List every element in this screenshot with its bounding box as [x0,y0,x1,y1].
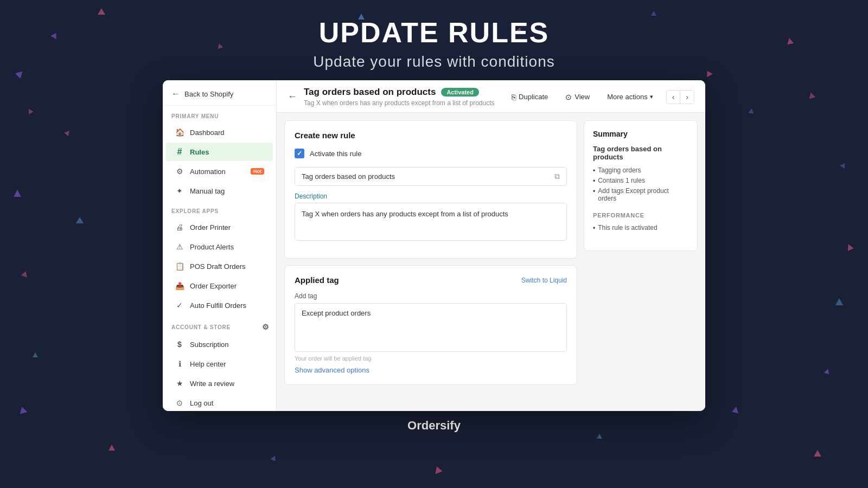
sidebar-item-pos-draft-orders[interactable]: 📋 POS Draft Orders [166,257,273,275]
sidebar-item-order-printer[interactable]: 🖨 Order Printer [166,218,273,236]
top-bar: ← Tag orders based on products Activated… [277,80,705,113]
applied-tag-title: Applied tag [295,275,339,285]
description-label: Description [295,192,567,200]
description-input[interactable]: Tag X when orders has any products excep… [295,203,567,241]
summary-list: Tagging orders Contains 1 rules Add tags… [593,165,688,203]
sidebar: ← Back to Shopify PRIMARY MENU 🏠 Dashboa… [163,80,277,411]
tag-input[interactable]: Except product orders [295,303,567,352]
sidebar-item-automation[interactable]: ⚙ Automation Hot [166,162,273,181]
summary-section-title: Tag orders based on products [593,145,688,161]
create-rule-card: Create new rule ✓ Activate this rule Tag… [284,120,577,259]
automation-label: Automation [190,168,226,176]
performance-label: PERFORMANCE [593,212,688,219]
footer-brand: Ordersify [0,419,868,433]
sidebar-item-help-center[interactable]: ℹ Help center [166,355,273,373]
rules-icon: # [175,147,184,157]
help-center-icon: ℹ [175,359,184,369]
activate-checkbox[interactable]: ✓ [295,149,304,158]
page-title-group: Tag orders based on products Activated T… [304,87,501,107]
sidebar-item-product-alerts[interactable]: ⚠ Product Alerts [166,237,273,256]
main-title: UPDATE RULES [0,16,868,49]
account-store-label: ACCOUNT & STORE ⚙ [163,315,276,335]
automation-icon: ⚙ [175,166,184,176]
duplicate-icon: ⎘ [512,93,516,101]
sidebar-item-dashboard[interactable]: 🏠 Dashboard [166,123,273,142]
page-subtitle: Tag X when orders has any products excep… [304,99,501,107]
account-settings-icon[interactable]: ⚙ [262,323,270,331]
applied-tag-card: Applied tag Switch to Liquid Add tag Exc… [284,265,577,385]
automation-hot-badge: Hot [251,168,264,175]
sidebar-item-rules[interactable]: # Rules [166,143,273,161]
summary-card: Summary Tag orders based on products Tag… [584,120,698,251]
auto-fulfill-label: Auto Fulfill Orders [190,301,246,310]
sidebar-item-auto-fulfill[interactable]: ✓ Auto Fulfill Orders [166,296,273,314]
rules-label: Rules [190,148,209,156]
manual-tag-icon: ✦ [175,186,184,196]
dashboard-icon: 🏠 [175,127,184,137]
checkbox-check-icon: ✓ [297,150,302,157]
sidebar-item-order-exporter[interactable]: 📤 Order Exporter [166,277,273,295]
copy-icon[interactable]: ⧉ [554,172,560,181]
primary-menu-label: PRIMARY MENU [163,106,276,123]
next-arrow-button[interactable]: › [680,91,694,104]
order-exporter-icon: 📤 [175,281,184,291]
view-icon: ⊙ [565,93,572,101]
log-out-icon: ⊙ [175,398,184,408]
summary-item-1: Contains 1 rules [593,176,688,186]
sidebar-item-log-out[interactable]: ⊙ Log out [166,394,273,411]
main-content: ← Tag orders based on products Activated… [277,80,705,411]
write-review-label: Write a review [190,380,234,388]
order-printer-label: Order Printer [190,223,231,232]
log-out-label: Log out [190,399,213,407]
back-arrow-icon: ← [171,89,180,99]
product-alerts-icon: ⚠ [175,242,184,252]
sidebar-item-subscription[interactable]: $ Subscription [166,335,273,354]
summary-item-2: Add tags Except product orders [593,186,688,203]
create-rule-title: Create new rule [295,131,567,140]
subscription-label: Subscription [190,341,229,349]
left-panel: Create new rule ✓ Activate this rule Tag… [284,120,577,403]
content-area: Create new rule ✓ Activate this rule Tag… [277,113,705,411]
order-exporter-label: Order Exporter [190,282,237,290]
order-printer-icon: 🖨 [175,222,184,232]
auto-fulfill-icon: ✓ [175,300,184,310]
back-to-shopify[interactable]: ← Back to Shopify [163,80,276,106]
main-subtitle: Update your rules with conditions [0,53,868,70]
performance-item-0: This rule is activated [593,223,688,233]
help-center-label: Help center [190,360,226,368]
app-window: ← Back to Shopify PRIMARY MENU 🏠 Dashboa… [163,80,705,411]
summary-title: Summary [593,130,688,138]
explore-apps-label: EXPLORE APPS [163,201,276,217]
activate-rule-row: ✓ Activate this rule [295,149,567,158]
pos-draft-orders-label: POS Draft Orders [190,262,246,271]
show-advanced-options-button[interactable]: Show advanced options [295,366,369,374]
rule-name-input[interactable]: Tag orders based on products ⧉ [295,167,567,186]
dashboard-label: Dashboard [190,129,225,137]
prev-arrow-button[interactable]: ‹ [667,91,681,104]
more-actions-button[interactable]: More actions ▾ [603,91,657,103]
description-group: Description Tag X when orders has any pr… [295,192,567,241]
duplicate-button[interactable]: ⎘ Duplicate [507,91,552,104]
switch-liquid-button[interactable]: Switch to Liquid [521,277,567,284]
tag-hint: Your order will be applied tag [295,355,567,362]
pos-draft-orders-icon: 📋 [175,261,184,271]
view-button[interactable]: ⊙ View [561,91,594,104]
subscription-icon: $ [175,339,184,349]
sidebar-item-write-review[interactable]: ★ Write a review [166,374,273,393]
product-alerts-label: Product Alerts [190,243,234,251]
top-bar-actions: ⎘ Duplicate ⊙ View More actions ▾ ‹ › [507,90,694,104]
header-section: UPDATE RULES Update your rules with cond… [0,0,868,70]
activate-label: Activate this rule [310,150,361,158]
summary-item-0: Tagging orders [593,165,688,176]
page-title: Tag orders based on products Activated [304,87,501,98]
applied-tag-header: Applied tag Switch to Liquid [295,275,567,285]
sidebar-item-manual-tag[interactable]: ✦ Manual tag [166,182,273,200]
write-review-icon: ★ [175,378,184,388]
manual-tag-label: Manual tag [190,187,225,195]
right-panel: Summary Tag orders based on products Tag… [584,120,698,403]
topbar-back-button[interactable]: ← [288,91,297,102]
activated-badge: Activated [441,88,479,97]
add-tag-label: Add tag [295,292,567,300]
nav-arrows-group: ‹ › [666,90,694,104]
more-actions-chevron-icon: ▾ [650,93,653,100]
